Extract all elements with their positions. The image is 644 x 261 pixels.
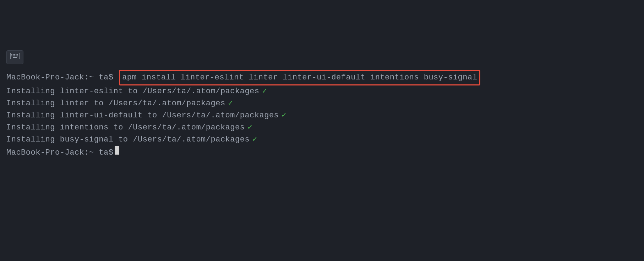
terminal-prompt-line: MacBook-Pro-Jack:~ ta$ — [6, 146, 638, 159]
keyboard-toggle-button[interactable] — [6, 50, 23, 64]
output-text: Installing linter to /Users/ta/.atom/pac… — [6, 98, 225, 110]
svg-rect-10 — [17, 56, 18, 57]
svg-rect-1 — [11, 54, 12, 55]
terminal-toolbar — [0, 46, 644, 67]
svg-rect-2 — [13, 54, 14, 55]
keyboard-icon — [10, 53, 20, 62]
svg-rect-11 — [13, 57, 17, 58]
terminal-cursor — [115, 146, 119, 155]
output-text: Installing busy-signal to /Users/ta/.ato… — [6, 134, 250, 146]
terminal-prompt: MacBook-Pro-Jack:~ ta$ — [6, 72, 118, 84]
svg-rect-5 — [17, 54, 18, 55]
terminal-output-line: Installing linter to /Users/ta/.atom/pac… — [6, 98, 638, 110]
editor-top-area — [0, 0, 644, 46]
checkmark-icon: ✓ — [262, 85, 267, 98]
highlighted-command: apm install linter-eslint linter linter-… — [119, 70, 480, 85]
svg-rect-3 — [14, 54, 15, 55]
output-text: Installing linter-eslint to /Users/ta/.a… — [6, 85, 260, 98]
terminal-output-line: Installing busy-signal to /Users/ta/.ato… — [6, 134, 638, 146]
terminal-prompt: MacBook-Pro-Jack:~ ta$ — [6, 147, 113, 159]
svg-rect-8 — [14, 56, 15, 57]
checkmark-icon: ✓ — [282, 110, 286, 122]
output-text: Installing linter-ui-default to /Users/t… — [6, 110, 279, 122]
terminal-output-line: Installing linter-ui-default to /Users/t… — [6, 110, 638, 122]
checkmark-icon: ✓ — [247, 122, 252, 134]
checkmark-icon: ✓ — [228, 98, 233, 110]
terminal-command-line: MacBook-Pro-Jack:~ ta$ apm install linte… — [6, 70, 638, 85]
svg-rect-4 — [16, 54, 17, 55]
terminal-output[interactable]: MacBook-Pro-Jack:~ ta$ apm install linte… — [0, 67, 644, 162]
svg-rect-6 — [11, 56, 12, 57]
svg-rect-7 — [13, 56, 14, 57]
output-text: Installing intentions to /Users/ta/.atom… — [6, 122, 245, 134]
terminal-output-line: Installing linter-eslint to /Users/ta/.a… — [6, 85, 638, 98]
svg-rect-9 — [16, 56, 17, 57]
checkmark-icon: ✓ — [252, 134, 257, 146]
terminal-output-line: Installing intentions to /Users/ta/.atom… — [6, 122, 638, 134]
